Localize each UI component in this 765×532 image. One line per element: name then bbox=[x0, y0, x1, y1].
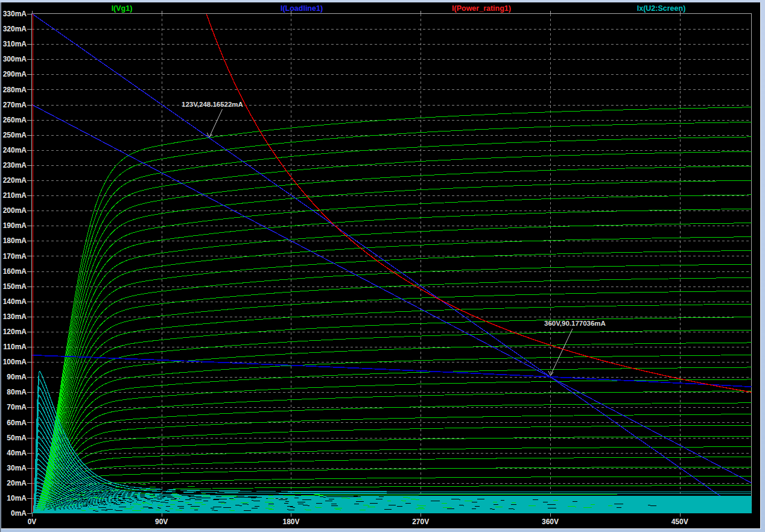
svg-text:170mA: 170mA bbox=[3, 252, 27, 261]
svg-text:200mA: 200mA bbox=[3, 206, 27, 215]
svg-text:60mA: 60mA bbox=[7, 419, 27, 427]
svg-text:360V: 360V bbox=[542, 518, 559, 526]
svg-text:260mA: 260mA bbox=[3, 116, 27, 124]
svg-text:100mA: 100mA bbox=[3, 358, 27, 366]
svg-text:320mA: 320mA bbox=[3, 25, 27, 33]
svg-text:90mA: 90mA bbox=[7, 373, 27, 381]
svg-text:120mA: 120mA bbox=[3, 328, 27, 336]
svg-text:360V,90.177036mA: 360V,90.177036mA bbox=[544, 320, 606, 327]
svg-text:30mA: 30mA bbox=[7, 464, 27, 472]
svg-text:330mA: 330mA bbox=[3, 10, 27, 18]
svg-text:80mA: 80mA bbox=[7, 388, 27, 396]
svg-text:270mA: 270mA bbox=[3, 101, 27, 109]
svg-text:160mA: 160mA bbox=[3, 267, 27, 276]
svg-text:70mA: 70mA bbox=[7, 403, 27, 411]
svg-text:180mA: 180mA bbox=[3, 236, 27, 245]
svg-text:250mA: 250mA bbox=[3, 131, 27, 139]
svg-text:140mA: 140mA bbox=[3, 297, 27, 306]
svg-text:190mA: 190mA bbox=[3, 221, 27, 230]
svg-text:300mA: 300mA bbox=[3, 55, 27, 63]
svg-text:240mA: 240mA bbox=[3, 146, 27, 154]
svg-text:270V: 270V bbox=[412, 518, 429, 526]
svg-text:I(Loadline1): I(Loadline1) bbox=[281, 4, 323, 13]
svg-text:90V: 90V bbox=[155, 518, 168, 526]
svg-text:280mA: 280mA bbox=[3, 86, 27, 94]
svg-text:I(Power_rating1): I(Power_rating1) bbox=[452, 4, 511, 13]
svg-text:110mA: 110mA bbox=[3, 343, 27, 351]
svg-text:0mA: 0mA bbox=[11, 509, 27, 518]
svg-text:20mA: 20mA bbox=[7, 479, 27, 487]
svg-text:310mA: 310mA bbox=[3, 40, 27, 48]
svg-text:180V: 180V bbox=[282, 518, 299, 526]
svg-text:130mA: 130mA bbox=[3, 312, 27, 321]
svg-text:123V,248.16522mA: 123V,248.16522mA bbox=[182, 101, 243, 108]
svg-text:0V: 0V bbox=[28, 518, 37, 526]
svg-text:10mA: 10mA bbox=[7, 494, 27, 502]
svg-text:230mA: 230mA bbox=[3, 161, 27, 169]
svg-text:150mA: 150mA bbox=[3, 282, 27, 291]
svg-text:290mA: 290mA bbox=[3, 70, 27, 78]
svg-text:Ix(U2:Screen): Ix(U2:Screen) bbox=[637, 4, 686, 13]
svg-text:210mA: 210mA bbox=[3, 191, 27, 200]
svg-text:I(Vg1): I(Vg1) bbox=[112, 4, 133, 13]
svg-text:50mA: 50mA bbox=[7, 434, 27, 442]
svg-text:450V: 450V bbox=[671, 518, 688, 526]
svg-text:40mA: 40mA bbox=[7, 449, 27, 457]
svg-text:220mA: 220mA bbox=[3, 176, 27, 185]
